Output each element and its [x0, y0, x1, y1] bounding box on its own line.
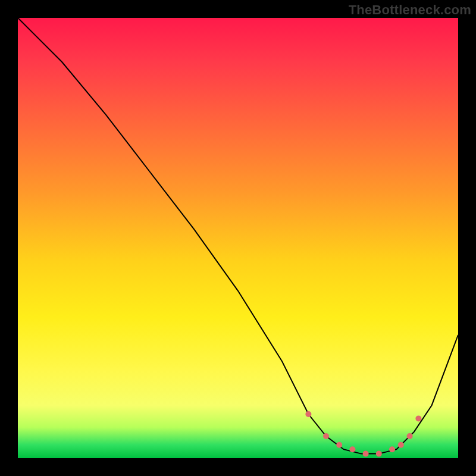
chart-stage: TheBottleneck.com — [0, 0, 476, 476]
highlight-dot — [363, 451, 369, 457]
highlight-dot — [349, 446, 355, 452]
bottleneck-curve — [18, 18, 458, 454]
highlight-dot — [376, 451, 382, 457]
highlight-dots — [305, 411, 421, 457]
highlight-dot — [336, 442, 342, 448]
highlight-dot — [305, 411, 311, 417]
plot-area — [18, 18, 458, 458]
watermark-text: TheBottleneck.com — [349, 2, 471, 18]
highlight-dot — [415, 415, 421, 421]
highlight-dot — [398, 442, 404, 448]
highlight-dot — [389, 446, 395, 452]
highlight-dot — [323, 433, 329, 439]
chart-svg — [18, 18, 458, 458]
highlight-dot — [407, 433, 413, 439]
